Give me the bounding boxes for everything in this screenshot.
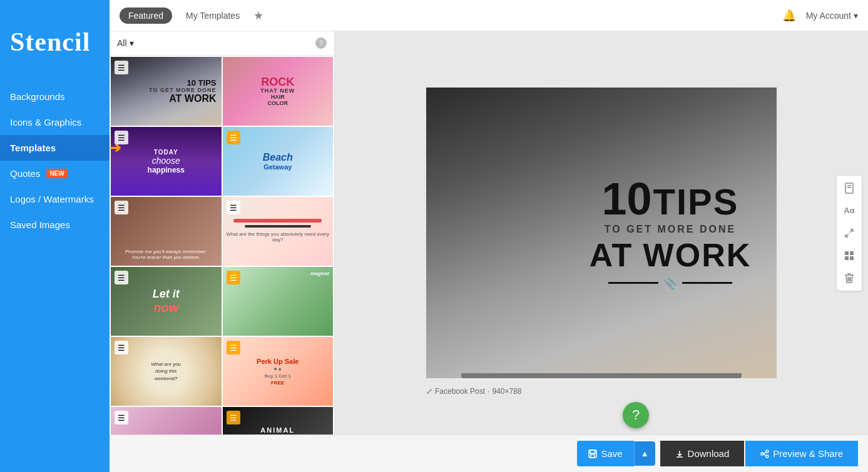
sidebar-item-logos[interactable]: Logos / Watermarks [0, 186, 110, 212]
content-area: All ▾ ? 10 TIPS TO GET MORE DONE AT WORK… [110, 31, 868, 434]
svg-rect-11 [590, 450, 595, 453]
template-item[interactable]: ROCK THAT NEW HAIR COLOR [223, 57, 334, 126]
tab-featured[interactable]: Featured [120, 8, 172, 24]
template-item[interactable]: ☰ ✿ Dreamy [111, 407, 222, 434]
svg-point-15 [761, 453, 763, 455]
svg-line-17 [763, 454, 766, 456]
share-icon [760, 449, 769, 458]
svg-rect-6 [850, 256, 854, 260]
save-dropdown-button[interactable]: ▲ [634, 441, 655, 466]
svg-point-13 [766, 450, 768, 453]
preview-share-button[interactable]: Preview & Share [745, 441, 858, 466]
canvas-info: ⤢ Facebook Post · 940×788 [426, 387, 521, 396]
sidebar-item-label: Logos / Watermarks [10, 194, 94, 204]
new-badge: NEW [46, 169, 67, 178]
canvas-text-overlay: 10 TIPS TO GET MORE DONE AT WORK 📎 [576, 176, 764, 290]
resize-small-icon: ⤢ [426, 387, 432, 396]
trash-icon[interactable] [840, 269, 858, 287]
page-format-icon[interactable] [840, 179, 858, 197]
save-label: Save [601, 448, 622, 459]
arrow-icon: ➔ [110, 140, 121, 156]
download-button[interactable]: Download [660, 441, 745, 466]
download-label: Download [688, 448, 730, 459]
text-format-icon[interactable]: Aα [840, 202, 858, 219]
filter-label: All [117, 38, 127, 48]
svg-rect-0 [845, 183, 853, 193]
sidebar: Stencil Backgrounds Icons & Graphics Tem… [0, 0, 110, 472]
sidebar-item-templates[interactable]: Templates ➔ [0, 135, 110, 161]
template-item[interactable]: ☰ Perk Up Sale ♥ ● Buy 1 Get 1 FREE [223, 337, 334, 406]
canvas-number: 10 [601, 176, 651, 221]
canvas-area: 10 TIPS TO GET MORE DONE AT WORK 📎 ⤢ [335, 31, 868, 434]
sidebar-item-label: Saved Images [10, 219, 70, 230]
topbar: Featured My Templates ★ 🔔 My Account ▾ [110, 0, 868, 31]
sidebar-item-label: Icons & Graphics [10, 117, 81, 128]
svg-rect-5 [845, 256, 849, 260]
sidebar-item-label: Templates [10, 143, 56, 153]
topbar-right: 🔔 My Account ▾ [782, 9, 858, 23]
canvas-divider: 📎 [576, 276, 764, 290]
canvas-format-label: Facebook Post [435, 387, 485, 396]
paperclip-icon: 📎 [663, 276, 677, 290]
save-button[interactable]: Save [577, 441, 633, 466]
save-icon [588, 449, 597, 458]
sidebar-item-quotes[interactable]: Quotes NEW [0, 161, 110, 186]
template-grid: 10 TIPS TO GET MORE DONE AT WORK ☰ ROCK … [110, 56, 334, 434]
right-toolbar: Aα [837, 176, 862, 291]
sidebar-item-backgrounds[interactable]: Backgrounds [0, 84, 110, 109]
help-fab-button[interactable]: ? [623, 402, 649, 428]
download-icon [675, 449, 684, 458]
svg-rect-4 [850, 251, 854, 255]
template-item[interactable]: ☰ Let it now [111, 267, 222, 336]
canvas-subtitle: TO GET MORE DONE [576, 224, 764, 235]
favorites-star-icon[interactable]: ★ [253, 9, 263, 23]
canvas-tips: TIPS [653, 184, 739, 220]
notification-bell-icon[interactable]: 🔔 [782, 9, 796, 23]
svg-rect-12 [591, 454, 595, 458]
help-icon[interactable]: ? [315, 38, 327, 49]
grid-layout-icon[interactable] [840, 247, 858, 264]
category-filter[interactable]: All ▾ [117, 38, 134, 48]
template-item[interactable]: ☰ What are you doing this weekend? [111, 337, 222, 406]
topbar-left: Featured My Templates ★ [120, 8, 263, 24]
canvas-separator: · [488, 387, 489, 396]
sidebar-item-icons-graphics[interactable]: Icons & Graphics [0, 109, 110, 135]
sidebar-item-label: Backgrounds [10, 91, 65, 102]
preview-label: Preview & Share [773, 448, 843, 459]
canvas-format-size: 940×788 [492, 387, 521, 396]
svg-rect-3 [845, 251, 849, 255]
account-label: My Account [806, 11, 851, 21]
template-panel: All ▾ ? 10 TIPS TO GET MORE DONE AT WORK… [110, 31, 335, 434]
template-item[interactable]: ☰ Beach Getaway [223, 127, 334, 196]
canvas-image[interactable]: 10 TIPS TO GET MORE DONE AT WORK 📎 [426, 88, 777, 378]
canvas-at-work: AT WORK [576, 236, 764, 274]
template-item[interactable]: ☰ Promise me you'll always remember: You… [111, 197, 222, 266]
resize-icon[interactable] [840, 224, 858, 242]
template-item[interactable]: ☰ magical [223, 267, 334, 336]
tab-my-templates[interactable]: My Templates [177, 8, 248, 24]
sidebar-item-saved-images[interactable]: Saved Images [0, 212, 110, 238]
logo: Stencil [10, 27, 90, 57]
filter-bar: All ▾ ? [110, 31, 334, 56]
canvas-wrapper: 10 TIPS TO GET MORE DONE AT WORK 📎 ⤢ [426, 88, 777, 378]
sidebar-item-label: Quotes [10, 168, 40, 179]
svg-point-14 [766, 455, 768, 458]
template-item[interactable]: ☰ What are the things you absolutely nee… [223, 197, 334, 266]
divider-right [682, 282, 732, 284]
bottom-bar: Save ▲ Download Preview & Share [110, 434, 868, 472]
list-icon: ☰ [115, 411, 128, 424]
chevron-down-icon: ▾ [854, 11, 858, 21]
list-icon: ☰ [227, 271, 240, 284]
list-icon: ☰ [115, 201, 128, 214]
divider-left [608, 282, 658, 284]
template-item[interactable]: ☰ ANIMAL 〜 Instinct [223, 407, 334, 434]
list-icon: ☰ [115, 61, 128, 74]
main-area: Featured My Templates ★ 🔔 My Account ▾ A… [110, 0, 868, 472]
template-item[interactable]: ☰ TODAY choose happiness [111, 127, 222, 196]
account-menu[interactable]: My Account ▾ [806, 11, 858, 21]
logo-area: Stencil [0, 0, 110, 84]
filter-chevron-icon: ▾ [130, 38, 134, 48]
template-item[interactable]: 10 TIPS TO GET MORE DONE AT WORK ☰ [111, 57, 222, 126]
